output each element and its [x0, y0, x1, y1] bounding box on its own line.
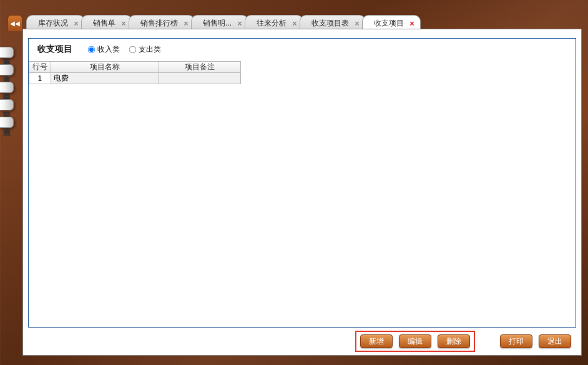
sidebar: 基本资料 业务录入 报表查询 其它功能 系统管理: [0, 0, 14, 365]
radio-expense[interactable]: 支出类: [129, 44, 161, 55]
print-button[interactable]: 打印: [500, 334, 532, 348]
tab-scroll-left-button[interactable]: ◀◀: [7, 15, 22, 31]
add-button[interactable]: 新增: [360, 334, 393, 348]
cell-no: 1: [29, 73, 51, 84]
main-panel: 收支项目 收入类 支出类 行号 项目名称 项目备注: [22, 29, 582, 356]
footer-toolbar: 新增 编辑 删除 打印 退出: [23, 328, 581, 355]
panel-body: 收支项目 收入类 支出类 行号 项目名称 项目备注: [28, 38, 576, 328]
tab-label: 收支项目表: [311, 18, 349, 29]
category-radio-group: 收入类 支出类: [87, 44, 161, 55]
table-header-row: 行号 项目名称 项目备注: [29, 62, 241, 73]
cell-note: [159, 73, 241, 84]
close-icon[interactable]: ×: [235, 19, 244, 28]
close-icon[interactable]: ×: [182, 19, 190, 28]
col-header-no[interactable]: 行号: [29, 62, 51, 73]
close-icon[interactable]: ×: [72, 19, 81, 28]
radio-expense-input[interactable]: [129, 46, 137, 53]
highlighted-actions: 新增 编辑 删除: [355, 331, 475, 352]
close-icon[interactable]: ×: [290, 19, 299, 28]
radio-expense-label: 支出类: [139, 44, 161, 55]
sidebar-item-other[interactable]: 其它功能: [0, 99, 14, 110]
close-icon[interactable]: ×: [353, 19, 361, 28]
col-header-name[interactable]: 项目名称: [51, 62, 159, 73]
col-header-note[interactable]: 项目备注: [159, 62, 241, 73]
sidebar-item-system[interactable]: 系统管理: [0, 117, 14, 128]
close-icon[interactable]: ×: [119, 19, 128, 28]
cell-name: 电费: [51, 73, 159, 84]
radio-income[interactable]: 收入类: [87, 44, 120, 55]
sidebar-item-basic[interactable]: 基本资料: [0, 47, 14, 58]
tab-label: 库存状况: [38, 18, 68, 29]
delete-button[interactable]: 删除: [438, 334, 470, 348]
page-title: 收支项目: [37, 44, 72, 55]
radio-income-label: 收入类: [97, 44, 120, 55]
edit-button[interactable]: 编辑: [399, 334, 431, 348]
panel-header: 收支项目 收入类 支出类: [29, 39, 576, 61]
sidebar-item-report[interactable]: 报表查询: [0, 82, 14, 93]
tab-label: 销售排行榜: [140, 18, 178, 29]
tab-label: 往来分析: [257, 18, 287, 29]
tab-label: 收支项目: [374, 18, 404, 29]
tab-label: 销售明...: [203, 18, 232, 29]
tab-label: 销售单: [93, 18, 115, 29]
items-table: 行号 项目名称 项目备注 1 电费: [29, 61, 241, 84]
table-row[interactable]: 1 电费: [29, 73, 241, 84]
close-icon[interactable]: ×: [408, 19, 416, 28]
sidebar-item-entry[interactable]: 业务录入: [0, 64, 14, 75]
exit-button[interactable]: 退出: [539, 334, 571, 348]
radio-income-input[interactable]: [88, 46, 96, 53]
